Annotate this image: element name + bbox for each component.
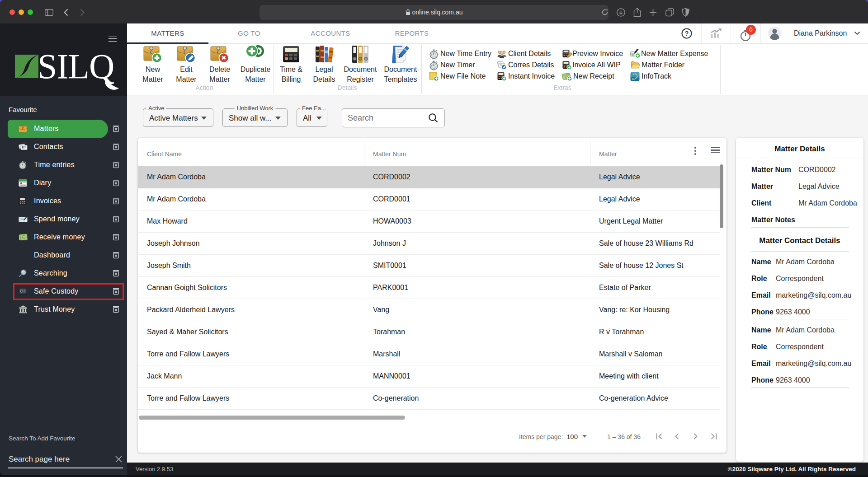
svg-text:SILQ: SILQ	[38, 53, 114, 86]
svg-text:?: ?	[685, 30, 689, 37]
